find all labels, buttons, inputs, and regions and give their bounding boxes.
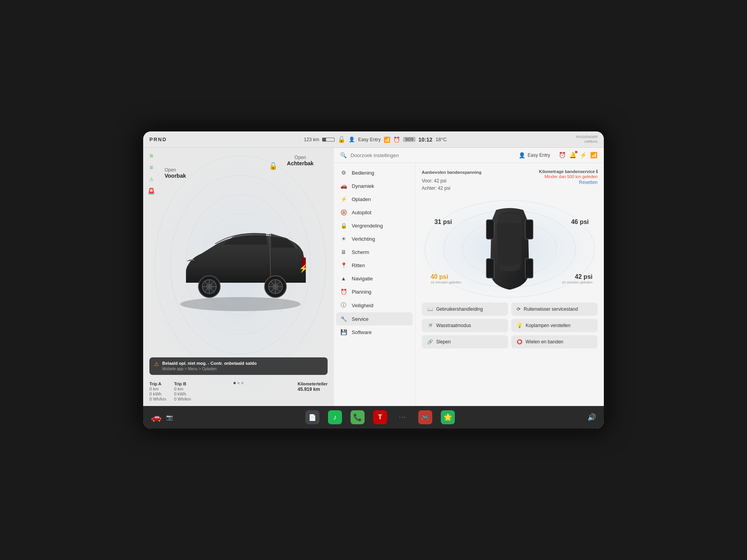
car-top-view-svg (484, 202, 535, 296)
airbag-indicator: PASSENGER AIRBAG (576, 135, 598, 144)
frunk-label[interactable]: Open Voorbak (165, 167, 186, 179)
settings-bluetooth-icon[interactable]: ⚡ (580, 152, 587, 159)
settings-header-icons: ⏰ 🔔 ⚡ 📶 (559, 152, 598, 159)
trunk-lock-icon: 🔓 (269, 162, 277, 170)
tire-header: Aanbevolen bandenspanning Voor: 42 psi A… (422, 169, 598, 192)
settings-item-autopilot[interactable]: 🛞 Autopilot (334, 206, 415, 219)
warning-link-text[interactable]: Mobiele app > Menu > Opladen (162, 366, 257, 372)
settings-item-dynamiek[interactable]: 🚗 Dynamiek (334, 179, 415, 192)
tire-service-subtitle: Minder dan 500 km geleden (539, 174, 598, 179)
spotify-icon: ♪ (333, 413, 337, 422)
settings-wifi-icon[interactable]: 📶 (590, 152, 598, 159)
tire-fl-value: 31 psi (434, 219, 452, 226)
tesla-t-icon: T (378, 414, 382, 421)
settings-profile-name: Easy Entry (528, 152, 550, 158)
settings-item-verlichting[interactable]: ☀ Verlichting (334, 232, 415, 245)
settings-item-veiligheid[interactable]: ⓘ Veiligheid (334, 298, 415, 312)
taskbar-files-app[interactable]: 📄 (305, 410, 319, 424)
settings-item-software[interactable]: 💾 Software (334, 326, 415, 339)
wielen-btn[interactable]: ⭕ Wielen en banden (511, 335, 598, 348)
taskbar: 🚗 📷 📄 ♪ 📞 T ··· (143, 406, 604, 429)
tire-rl-value: 40 psi 16 minuten geleden (431, 273, 461, 284)
scherm-icon: 🖥 (340, 249, 347, 255)
settings-menu: ⚙ Bediening 🚗 Dynamiek ⚡ Opladen (334, 163, 416, 406)
taskbar-party-app[interactable]: 🌟 (441, 410, 455, 424)
taskbar-right-section: 🔊 (587, 413, 596, 422)
battery-km: 123 km (304, 137, 319, 142)
ruitenwisser-btn[interactable]: ⟳ Ruitenwisser servicestand (511, 303, 598, 316)
gebruikershandleiding-btn[interactable]: 📖 Gebruikershandleiding (422, 303, 508, 316)
tire-recommended-title: Aanbevolen bandenspanning (422, 169, 481, 176)
bediening-icon: ⚙ (340, 170, 347, 176)
settings-item-ritten[interactable]: 📍 Ritten (334, 259, 415, 272)
highbeam-icon[interactable]: ≡ (146, 152, 157, 160)
ruitenwisser-icon: ⟳ (517, 306, 521, 312)
navigatie-icon: ▲ (340, 275, 347, 282)
opladen-icon: ⚡ (340, 196, 347, 202)
taskbar-phone-app[interactable]: 📞 (351, 410, 365, 424)
taskbar-games-app[interactable]: 🎮 (418, 410, 432, 424)
tire-reset-link[interactable]: Resetten (539, 180, 598, 185)
settings-profile-icon: 👤 (519, 152, 525, 158)
koplampen-btn[interactable]: 💡 Koplampen verstellen (511, 319, 598, 332)
taskbar-tesla-app[interactable]: T (373, 410, 387, 424)
wasstraat-icon: 🚿 (427, 323, 433, 328)
veiligheid-label: Veiligheid (352, 303, 374, 308)
hazard-icon[interactable]: ⚠ (146, 175, 157, 184)
party-icon: 🌟 (444, 413, 452, 422)
tire-recommended: Aanbevolen bandenspanning Voor: 42 psi A… (422, 169, 481, 192)
alarm-status-icon: ⏰ (393, 136, 400, 143)
trunk-open-text: Open (287, 155, 314, 160)
taskbar-spotify-app[interactable]: ♪ (328, 410, 342, 424)
settings-item-opladen[interactable]: ⚡ Opladen (334, 192, 415, 206)
navigatie-label: Navigatie (352, 276, 373, 282)
search-input[interactable] (351, 152, 515, 158)
trunk-label[interactable]: Open Achterbak (287, 155, 314, 166)
sos-button[interactable]: SOS (403, 137, 415, 142)
svg-text:⚡: ⚡ (299, 264, 309, 273)
vergrendeling-icon: 🔒 (340, 222, 347, 229)
page-dot-1 (233, 382, 236, 384)
slepen-btn[interactable]: 🔗 Slepen (422, 335, 508, 348)
wasstraat-btn[interactable]: 🚿 Wasstraatmodus (422, 319, 508, 332)
taskbar-car-icon[interactable]: 🚗 (151, 412, 161, 422)
temperature-display: 18°C (435, 136, 447, 142)
taskbar-more-app[interactable]: ··· (396, 410, 410, 424)
lowbeam-icon[interactable]: ≡ (146, 163, 157, 172)
warning-triangle-icon: ⚠ (154, 361, 159, 367)
settings-item-vergrendeling[interactable]: 🔒 Vergrendeling (334, 219, 415, 232)
svg-rect-26 (525, 220, 533, 239)
settings-search-bar: 🔍 👤 Easy Entry ⏰ 🔔 ⚡ 📶 (334, 148, 604, 163)
tire-info-icon: ℹ (596, 169, 598, 174)
taskbar-camera-icon[interactable]: 📷 (166, 414, 173, 420)
trip-information: Trip A 0 km 0 kWh 0 Wh/km Trip B 0 km 0 … (149, 382, 328, 401)
volume-icon[interactable]: 🔊 (587, 413, 596, 422)
settings-item-scherm[interactable]: 🖥 Scherm (334, 245, 415, 259)
settings-item-service[interactable]: 🔧 Service (336, 312, 413, 326)
more-dots-icon: ··· (399, 414, 406, 421)
phone-icon: 📞 (353, 413, 362, 422)
alert-icon[interactable]: 🚨 (146, 187, 157, 195)
search-icon: 🔍 (340, 152, 347, 158)
verlichting-label: Verlichting (352, 236, 375, 242)
settings-item-planning[interactable]: ⏰ Planning (334, 285, 415, 298)
frunk-open-text: Open (165, 167, 186, 173)
status-bar: PRND 123 km 🔓 👤 Easy Entry 📶 ⏰ SOS 10:12… (143, 131, 604, 148)
tire-rr-value: 42 psi 16 minuten geleden (562, 273, 593, 284)
settings-panel: 🔍 👤 Easy Entry ⏰ 🔔 ⚡ 📶 (334, 148, 604, 406)
opladen-label: Opladen (352, 196, 371, 202)
trip-b-column: Trip B 0 km 0 kWh 0 Wh/km (174, 382, 191, 401)
koplampen-icon: 💡 (517, 323, 523, 328)
trip-b-label: Trip B (174, 382, 191, 386)
trip-b-whkm: 0 Wh/km (174, 397, 191, 401)
battery-indicator (322, 138, 335, 142)
svg-rect-25 (486, 220, 494, 239)
settings-bell-icon[interactable]: 🔔 (569, 152, 577, 159)
tire-recommended-voor: Voor: 42 psi (422, 177, 481, 185)
settings-item-navigatie[interactable]: ▲ Navigatie (334, 272, 415, 285)
settings-item-bediening[interactable]: ⚙ Bediening (334, 166, 415, 179)
wifi-status-icon: 📶 (384, 136, 390, 143)
scherm-label: Scherm (352, 249, 369, 255)
settings-alarm-icon[interactable]: ⏰ (559, 152, 566, 159)
bediening-label: Bediening (352, 170, 374, 176)
